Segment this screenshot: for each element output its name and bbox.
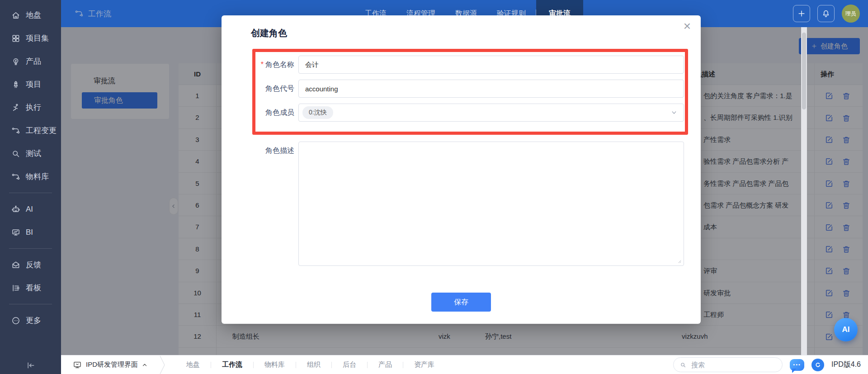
sidebar-divider	[9, 304, 52, 304]
robot-icon	[11, 205, 20, 214]
workflow-icon	[75, 9, 84, 18]
bottom-bar: IPD研发管理界面 地盘工作流物料库组织后台产品资产库 ••• IPD版4.6	[61, 355, 868, 374]
notification-button[interactable]	[817, 5, 835, 22]
field-role-description: 角色描述	[222, 142, 701, 266]
swirl-icon	[814, 361, 822, 369]
ai-fab-button[interactable]: AI	[834, 318, 858, 341]
sidebar-item-12[interactable]: 更多	[0, 309, 61, 332]
sidebar-item-10[interactable]: 反馈	[0, 253, 61, 276]
bottom-tab-4[interactable]: 后台	[332, 360, 367, 369]
sidebar-item-label: AI	[26, 205, 33, 214]
kanban-icon	[11, 284, 20, 293]
sidebar-item-11[interactable]: 看板	[0, 276, 61, 299]
route-icon	[11, 126, 20, 135]
role-name-label: *角色名称	[222, 56, 294, 74]
bottom-tab-0[interactable]: 地盘	[175, 360, 211, 369]
role-code-label: 角色代号	[222, 80, 294, 98]
plus-icon	[797, 9, 806, 18]
role-description-label: 角色描述	[222, 146, 294, 164]
screen: 地盘项目集产品项目执行工程变更测试物料库AIBI反馈看板更多 工作流 工作流流程…	[0, 0, 868, 374]
sidebar-item-9[interactable]: BI	[0, 221, 61, 244]
navbar-actions: 理员	[793, 0, 860, 27]
sidebar-item-0[interactable]: 地盘	[0, 4, 61, 27]
sidebar-item-3[interactable]: 项目	[0, 73, 61, 96]
board-icon	[11, 228, 20, 237]
rocket-icon	[11, 80, 20, 89]
bell-icon	[821, 9, 830, 18]
home-icon	[11, 11, 20, 20]
ipd-logo-icon	[811, 359, 824, 371]
role-members-select[interactable]: 0:沈快	[298, 104, 684, 122]
create-role-modal: 创建角色 × *角色名称 角色代号 角色成员 0:沈快 角色描述 保存	[222, 15, 701, 324]
magnifier-icon	[11, 149, 20, 158]
avatar[interactable]: 理员	[842, 5, 860, 23]
version-label: IPD版4.6	[831, 360, 861, 369]
sidebar-item-1[interactable]: 项目集	[0, 27, 61, 50]
breadcrumb-separator	[159, 355, 165, 374]
bottom-tab-3[interactable]: 组织	[296, 360, 331, 369]
bottom-tab-5[interactable]: 产品	[368, 360, 403, 369]
more-icon	[11, 316, 20, 325]
sidebar-item-label: BI	[26, 228, 33, 237]
sidebar-item-8[interactable]: AI	[0, 198, 61, 221]
sidebar-item-label: 测试	[26, 148, 41, 159]
module-label: 工作流	[88, 9, 111, 19]
role-code-input[interactable]	[298, 80, 684, 98]
grid-icon	[11, 34, 20, 43]
member-tag: 0:沈快	[302, 106, 333, 119]
search-box	[673, 357, 783, 372]
bottom-right-group: ••• IPD版4.6	[673, 357, 861, 372]
search-input[interactable]	[690, 360, 776, 369]
collapse-icon	[26, 361, 35, 370]
sidebar-item-label: 项目集	[26, 33, 49, 43]
role-name-input[interactable]	[298, 56, 684, 74]
sidebar-item-5[interactable]: 工程变更	[0, 119, 61, 142]
sidebar-item-label: 工程变更	[26, 125, 57, 136]
close-icon[interactable]: ×	[684, 20, 691, 33]
add-button[interactable]	[793, 5, 810, 22]
field-role-name: *角色名称	[222, 56, 701, 74]
sidebar-item-label: 物料库	[26, 171, 49, 182]
sidebar-divider	[9, 248, 52, 249]
bottom-tab-6[interactable]: 资产库	[403, 360, 445, 369]
scrollbar-thumb[interactable]	[802, 33, 806, 109]
field-role-code: 角色代号	[222, 80, 701, 98]
role-members-label: 角色成员	[222, 104, 294, 122]
module-indicator: 工作流	[75, 0, 111, 27]
app-label: IPD研发管理界面	[86, 360, 138, 369]
bulb-icon	[11, 57, 20, 66]
scrollbar[interactable]	[801, 27, 807, 355]
save-button[interactable]: 保存	[431, 293, 491, 312]
sidebar-item-label: 产品	[26, 56, 41, 66]
bottom-tab-1[interactable]: 工作流	[211, 360, 253, 369]
sidebar-item-6[interactable]: 测试	[0, 142, 61, 165]
caret-up-icon	[142, 362, 147, 368]
monitor-icon	[73, 360, 82, 369]
chevron-down-icon	[671, 109, 677, 116]
bottom-tabs: 地盘工作流物料库组织后台产品资产库	[175, 360, 445, 369]
sidebar-item-4[interactable]: 执行	[0, 96, 61, 119]
sidebar-item-2[interactable]: 产品	[0, 50, 61, 73]
chat-icon[interactable]: •••	[790, 359, 804, 371]
sidebar-item-label: 项目	[26, 79, 41, 90]
sidebar-item-label: 地盘	[26, 10, 41, 20]
sidebar: 地盘项目集产品项目执行工程变更测试物料库AIBI反馈看板更多	[0, 0, 61, 374]
bottom-tab-2[interactable]: 物料库	[254, 360, 296, 369]
modal-title: 创建角色	[251, 27, 287, 39]
sidebar-item-label: 反馈	[26, 260, 41, 270]
sidebar-item-7[interactable]: 物料库	[0, 165, 61, 188]
run-icon	[11, 103, 20, 112]
sidebar-item-label: 执行	[26, 102, 41, 113]
sidebar-item-label: 更多	[26, 315, 41, 326]
mail-icon	[11, 260, 20, 270]
sidebar-items: 地盘项目集产品项目执行工程变更测试物料库AIBI反馈看板更多	[0, 4, 61, 332]
role-description-textarea[interactable]	[298, 142, 684, 266]
sidebar-divider	[9, 193, 52, 193]
app-switcher[interactable]: IPD研发管理界面	[73, 360, 147, 369]
sidebar-item-label: 看板	[26, 283, 41, 293]
route-icon	[11, 172, 20, 181]
search-icon	[680, 362, 686, 368]
sidebar-collapse-button[interactable]	[0, 361, 61, 370]
required-asterisk: *	[261, 61, 264, 68]
field-role-members: 角色成员 0:沈快	[222, 104, 701, 122]
